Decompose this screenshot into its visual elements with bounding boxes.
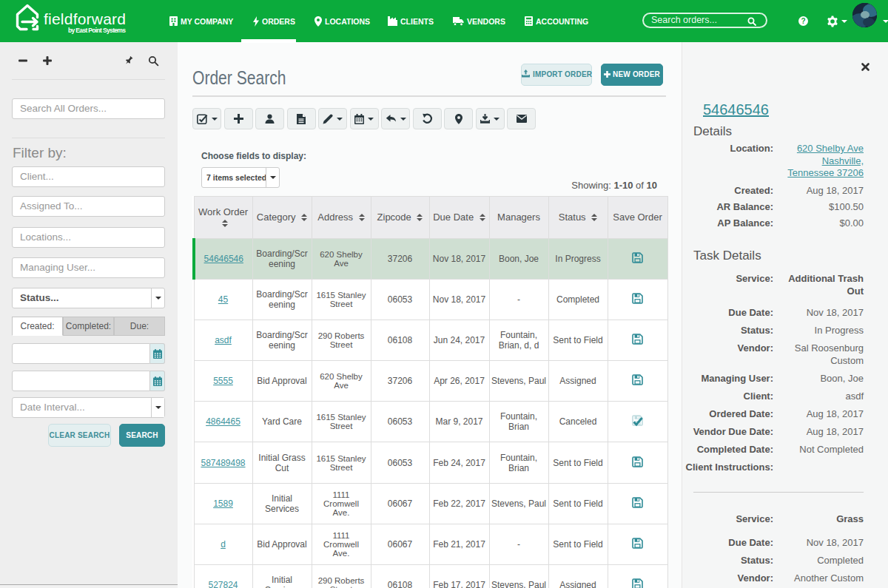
svg-text:?: ? xyxy=(801,17,805,25)
svg-text:by East Point Systems: by East Point Systems xyxy=(68,27,126,34)
svg-text:fieldforward: fieldforward xyxy=(44,10,126,27)
